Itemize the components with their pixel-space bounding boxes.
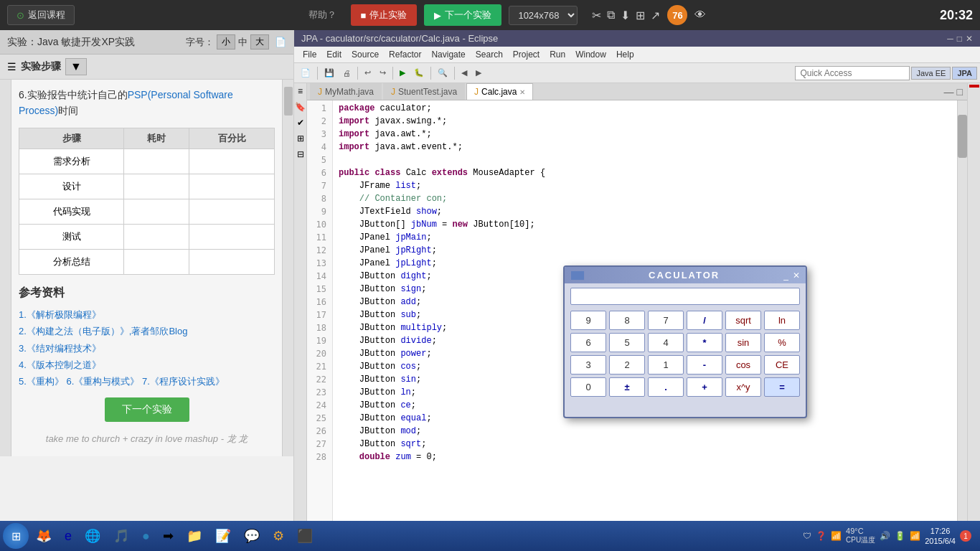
next-nav-button[interactable]: ▶ [472,66,485,80]
calc-display[interactable] [570,288,800,305]
taskbar-item[interactable]: 🎵 [108,524,135,548]
menu-help[interactable]: Help [612,48,639,61]
calc-btn-7[interactable]: 7 [648,311,684,330]
menu-edit[interactable]: Edit [322,48,346,61]
step-percent[interactable] [189,174,275,199]
minimize-icon[interactable]: ─ [947,34,953,44]
undo-button[interactable]: ↩ [361,66,374,80]
debug-button[interactable]: 🐛 [410,66,428,80]
tab-restore-button[interactable]: □ [956,85,964,99]
prev-button[interactable]: ◀ [458,66,471,80]
tab-close-icon[interactable]: ✕ [519,88,525,96]
taskbar-item[interactable]: ⚙ [267,524,290,548]
calc-btn-add[interactable]: + [687,377,722,397]
step-percent[interactable] [189,249,275,274]
calc-btn-2[interactable]: 2 [609,355,645,375]
taskbar-item[interactable]: 📁 [181,524,208,548]
external-icon[interactable]: ↗ [651,9,660,22]
taskbar-item[interactable]: 📝 [209,524,237,548]
calc-btn-percent[interactable]: % [764,333,800,352]
notification-badge[interactable]: 1 [960,530,971,542]
tab-minimize-button[interactable]: — [943,85,956,99]
calc-btn-sqrt[interactable]: sqrt [725,311,761,330]
calc-btn-9[interactable]: 9 [570,311,606,330]
calc-btn-1[interactable]: 1 [648,355,684,375]
resolution-select[interactable]: 1024x768 800x600 980x551 [509,6,578,25]
calc-btn-ln[interactable]: ln [764,311,800,330]
print-button[interactable]: 🖨 [339,67,354,80]
taskbar-item[interactable]: ⬛ [291,524,319,548]
step-percent[interactable] [189,224,275,249]
calc-btn-subtract[interactable]: - [687,355,722,375]
calc-btn-6[interactable]: 6 [570,333,606,352]
copy-icon[interactable]: ⧉ [607,9,615,22]
steps-dropdown[interactable]: ▼ [65,58,87,75]
taskbar-item[interactable]: ➡ [157,524,179,548]
step-time[interactable] [124,174,189,199]
scroll-thumb[interactable] [958,115,967,158]
tab-calc[interactable]: J Calc.java ✕ [466,83,533,100]
calc-btn-equals[interactable]: = [764,377,800,397]
taskbar-item[interactable]: ● [136,524,156,548]
taskbar-item[interactable]: 💬 [238,524,265,548]
menu-file[interactable]: File [298,48,321,61]
menu-refactor[interactable]: Refactor [385,48,425,61]
calc-btn-divide[interactable]: / [687,311,722,330]
font-decrease-button[interactable]: 小 [217,34,235,50]
calc-btn-decimal[interactable]: . [648,377,684,397]
eye-icon[interactable]: 👁 [694,9,706,22]
stop-button[interactable]: 停止实验 [351,4,418,26]
bookmark-icon[interactable]: 🔖 [295,102,306,112]
menu-source[interactable]: Source [347,48,383,61]
menu-project[interactable]: Project [509,48,544,61]
step-time[interactable] [124,249,189,274]
taskbar-item[interactable]: 🌐 [79,524,106,548]
quick-access-input[interactable] [795,66,910,80]
tab-mymath[interactable]: J MyMath.java [310,83,382,100]
calc-btn-8[interactable]: 8 [609,311,645,330]
start-button[interactable]: ⊞ [3,523,29,549]
menu-search[interactable]: Search [471,48,507,61]
font-increase-button[interactable]: 大 [250,34,269,50]
taskbar-item[interactable]: 🦊 [30,524,57,548]
calc-btn-4[interactable]: 4 [648,333,684,352]
calc-btn-multiply[interactable]: * [687,333,722,352]
maximize-icon[interactable]: □ [957,34,962,44]
java-ee-perspective[interactable]: Java EE [911,67,951,80]
taskbar-item[interactable]: e [59,524,77,548]
menu-run[interactable]: Run [545,48,570,61]
calc-btn-ce[interactable]: CE [764,355,800,375]
psp-link[interactable]: PSP(Personal Software Process) [19,89,233,116]
task-icon[interactable]: ✔ [297,118,304,128]
calc-btn-3[interactable]: 3 [570,355,606,375]
left-tool-icon[interactable]: ≡ [298,86,303,96]
menu-window[interactable]: Window [571,48,611,61]
calc-btn-sin[interactable]: sin [725,333,761,352]
step-time[interactable] [124,224,189,249]
jpa-perspective[interactable]: JPA [952,67,977,80]
calc-btn-plusminus[interactable]: ± [609,377,645,397]
back-button[interactable]: 返回课程 [7,5,75,25]
step-time[interactable] [124,199,189,224]
next-experiment-button[interactable]: 下一个实验 [424,4,501,26]
step-percent[interactable] [189,199,275,224]
scissors-icon[interactable]: ✂ [592,9,601,22]
calc-btn-5[interactable]: 5 [609,333,645,352]
download-icon[interactable]: ⬇ [621,9,630,22]
close-icon[interactable]: ✕ [966,34,973,44]
step-percent[interactable] [189,149,275,174]
new-button[interactable]: 📄 [297,66,314,80]
expand-icon[interactable]: ⊞ [636,9,645,22]
calc-btn-0[interactable]: 0 [570,377,606,397]
vertical-scrollbar[interactable] [957,100,967,539]
calc-minimize-button[interactable]: _ [783,270,788,281]
calc-btn-cos[interactable]: cos [725,355,761,375]
calc-btn-power[interactable]: x^y [725,377,761,397]
calc-close-button[interactable]: ✕ [793,270,800,281]
expand-tree-icon[interactable]: ⊞ [297,133,304,143]
save-button[interactable]: 💾 [321,66,338,80]
collapse-tree-icon[interactable]: ⊟ [297,149,304,159]
next-button-bottom[interactable]: 下一个实验 [105,397,189,422]
redo-button[interactable]: ↪ [376,66,390,80]
run-button[interactable]: ▶ [396,66,409,80]
